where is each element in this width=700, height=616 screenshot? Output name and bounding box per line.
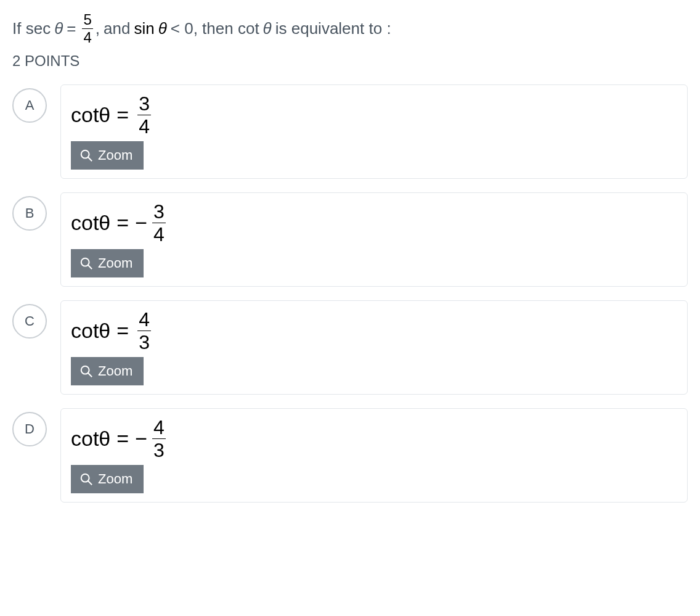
svg-point-2 (81, 258, 89, 266)
choice-row: D cotθ = − 4 3 Zoom (12, 408, 688, 503)
negative-sign: − (135, 427, 147, 451)
zoom-button[interactable]: Zoom (71, 249, 144, 277)
q-suffix: is equivalent to : (275, 16, 391, 42)
formula-frac: 4 3 (152, 417, 166, 460)
svg-point-0 (81, 150, 89, 158)
q-theta3: θ (263, 16, 272, 42)
negative-sign: − (135, 211, 147, 235)
q-sin: sin (134, 16, 154, 42)
svg-point-6 (81, 474, 89, 482)
frac-den: 3 (152, 438, 166, 460)
formula-lhs: cotθ (71, 319, 110, 343)
magnifier-icon (79, 472, 93, 486)
formula-eq: = (116, 427, 129, 451)
option-letter-b[interactable]: B (12, 196, 47, 231)
answer-card[interactable]: cotθ = 4 3 Zoom (60, 300, 688, 395)
formula: cotθ = − 4 3 (71, 417, 677, 460)
choice-row: B cotθ = − 3 4 Zoom (12, 192, 688, 287)
formula-frac: 3 4 (152, 202, 166, 244)
svg-point-4 (81, 366, 89, 374)
formula-lhs: cotθ (71, 211, 110, 235)
formula-frac: 3 4 (137, 94, 151, 136)
zoom-label: Zoom (98, 147, 132, 163)
zoom-label: Zoom (98, 471, 132, 487)
frac-num: 4 (137, 310, 151, 331)
zoom-label: Zoom (98, 255, 132, 271)
formula-eq: = (116, 103, 129, 127)
formula: cotθ = 3 4 (71, 94, 677, 136)
zoom-label: Zoom (98, 363, 132, 379)
zoom-button[interactable]: Zoom (71, 465, 144, 493)
formula-lhs: cotθ (71, 103, 110, 127)
q-fraction: 5 4 (82, 12, 92, 45)
q-frac-num: 5 (82, 12, 92, 28)
frac-den: 4 (137, 115, 151, 136)
frac-num: 3 (152, 202, 166, 223)
answer-card[interactable]: cotθ = 3 4 Zoom (60, 84, 688, 179)
formula-eq: = (116, 211, 129, 235)
svg-line-1 (88, 157, 92, 161)
choice-row: C cotθ = 4 3 Zoom (12, 300, 688, 395)
q-prefix: If sec (12, 16, 51, 42)
formula-lhs: cotθ (71, 427, 110, 451)
q-comma: , (96, 16, 100, 42)
answer-card[interactable]: cotθ = − 3 4 Zoom (60, 192, 688, 287)
formula-eq: = (116, 319, 129, 343)
option-letter-d[interactable]: D (12, 412, 47, 446)
zoom-button[interactable]: Zoom (71, 141, 144, 170)
choice-row: A cotθ = 3 4 Zoom (12, 84, 688, 179)
points-label: 2 POINTS (12, 52, 688, 70)
answer-card[interactable]: cotθ = − 4 3 Zoom (60, 408, 688, 503)
frac-den: 3 (137, 331, 151, 352)
zoom-button[interactable]: Zoom (71, 357, 144, 385)
q-mid1: and (104, 16, 130, 42)
answer-choices: A cotθ = 3 4 Zoom B cotθ = − (12, 84, 688, 503)
formula: cotθ = 4 3 (71, 310, 677, 352)
formula: cotθ = − 3 4 (71, 202, 677, 244)
frac-num: 3 (137, 94, 151, 115)
svg-line-3 (88, 265, 92, 269)
option-letter-a[interactable]: A (12, 88, 47, 123)
magnifier-icon (79, 149, 93, 162)
formula-frac: 4 3 (137, 310, 151, 352)
question-text: If secθ = 5 4 , and sin θ < 0, then cotθ… (12, 12, 688, 45)
q-equals: = (67, 16, 76, 42)
svg-line-7 (88, 481, 92, 485)
frac-num: 4 (152, 417, 166, 438)
magnifier-icon (79, 364, 93, 378)
svg-line-5 (88, 373, 92, 377)
q-lt: < 0, then cot (171, 16, 259, 42)
q-theta1: θ (54, 16, 63, 42)
frac-den: 4 (152, 223, 166, 244)
option-letter-c[interactable]: C (12, 304, 47, 339)
q-theta2: θ (158, 16, 167, 42)
magnifier-icon (79, 257, 93, 270)
q-frac-den: 4 (82, 28, 92, 45)
